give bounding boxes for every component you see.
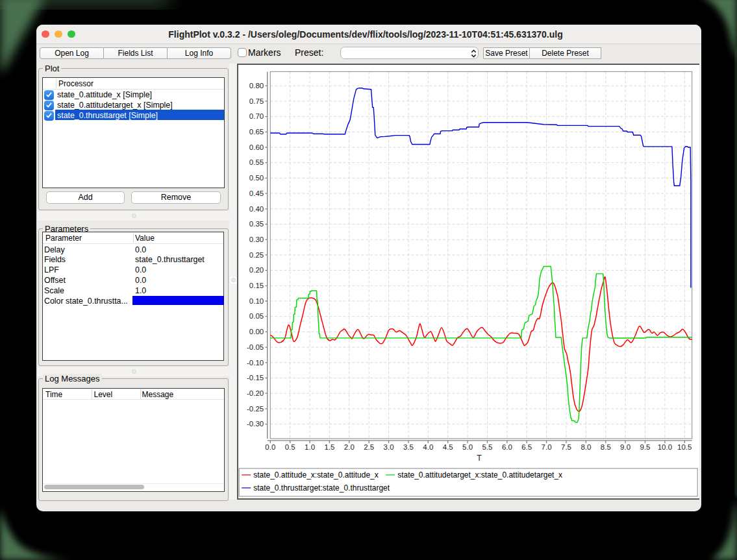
svg-text:0.0: 0.0 (266, 443, 276, 450)
svg-text:9.5: 9.5 (640, 443, 651, 450)
svg-text:5.5: 5.5 (482, 443, 493, 450)
svg-text:0.60: 0.60 (249, 143, 264, 151)
svg-text:0.35: 0.35 (249, 220, 264, 228)
svg-text:7.0: 7.0 (542, 443, 552, 450)
svg-text:10.5: 10.5 (677, 443, 692, 450)
svg-text:-0.20: -0.20 (247, 389, 264, 397)
svg-text:0.45: 0.45 (249, 189, 264, 197)
svg-text:8.0: 8.0 (581, 443, 592, 450)
svg-text:-0.05: -0.05 (247, 343, 264, 350)
svg-text:0.65: 0.65 (249, 128, 264, 136)
svg-text:0.75: 0.75 (249, 97, 264, 104)
svg-text:0.55: 0.55 (249, 158, 264, 166)
svg-text:6.5: 6.5 (522, 443, 532, 450)
svg-text:state_0.thrusttarget:state_0.t: state_0.thrusttarget:state_0.thrusttarge… (253, 483, 390, 492)
svg-text:0.25: 0.25 (249, 250, 264, 258)
svg-text:0.15: 0.15 (249, 282, 264, 289)
svg-text:0.80: 0.80 (249, 82, 264, 90)
svg-text:6.0: 6.0 (502, 443, 512, 450)
svg-text:10.0: 10.0 (658, 443, 672, 450)
svg-text:3.0: 3.0 (384, 443, 394, 450)
svg-text:1.0: 1.0 (305, 443, 315, 450)
svg-text:state_0.attitude_x:state_0.att: state_0.attitude_x:state_0.attitude_x (253, 470, 379, 479)
svg-text:1.5: 1.5 (325, 443, 335, 450)
svg-text:0.5: 0.5 (285, 443, 295, 450)
svg-text:3.5: 3.5 (403, 443, 414, 450)
svg-text:9.0: 9.0 (620, 443, 631, 450)
svg-text:0.00: 0.00 (249, 328, 264, 335)
svg-text:-0.10: -0.10 (247, 358, 264, 366)
svg-text:0.30: 0.30 (249, 236, 264, 243)
svg-text:2.0: 2.0 (344, 443, 355, 450)
svg-text:0.70: 0.70 (249, 112, 264, 120)
svg-text:state_0.attitudetarget_x:state: state_0.attitudetarget_x:state_0.attitud… (397, 470, 562, 479)
svg-text:T: T (477, 454, 482, 463)
svg-text:4.5: 4.5 (443, 443, 453, 450)
svg-text:-0.25: -0.25 (247, 404, 264, 412)
svg-text:-0.15: -0.15 (247, 374, 264, 382)
svg-text:4.0: 4.0 (423, 443, 434, 450)
svg-text:0.50: 0.50 (249, 174, 264, 182)
svg-text:0.05: 0.05 (249, 312, 264, 320)
svg-text:0.10: 0.10 (249, 297, 264, 304)
svg-text:7.5: 7.5 (561, 443, 571, 450)
svg-text:2.5: 2.5 (364, 443, 375, 450)
svg-text:-0.30: -0.30 (247, 420, 264, 428)
svg-text:0.40: 0.40 (249, 204, 264, 212)
svg-text:8.5: 8.5 (601, 443, 611, 450)
svg-text:0.20: 0.20 (249, 266, 264, 274)
svg-text:5.0: 5.0 (462, 443, 473, 450)
